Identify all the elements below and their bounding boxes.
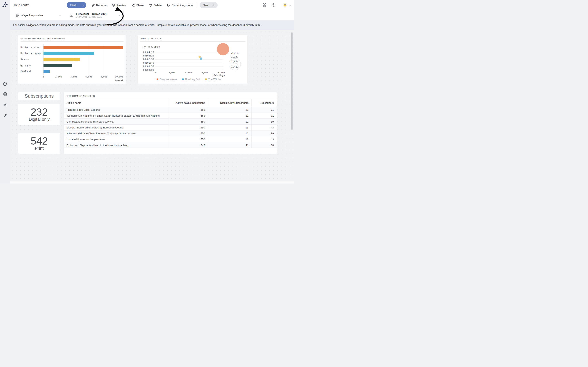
x-tick-label: 6,000 xyxy=(85,75,92,78)
date-chevron-down-icon[interactable] xyxy=(119,15,121,16)
gear-icon[interactable] xyxy=(3,103,7,107)
plus-icon xyxy=(212,4,215,7)
compare-date-range: 1 Nov 2021 - 13 Nov 2021 xyxy=(76,16,107,18)
table-row[interactable]: Women's Six Nations: Fit-again Sarah Hun… xyxy=(64,113,277,119)
cell-article-name[interactable]: Updated figures on the pandemic xyxy=(64,136,170,142)
bar-ireland[interactable] xyxy=(43,70,50,73)
legend-label: Grey's Anatomy xyxy=(160,78,177,81)
footer-strip xyxy=(10,182,294,184)
bar-row: Ireland xyxy=(20,68,123,75)
date-range-selector[interactable]: 1 Dec 2021 - 13 Dec 2021 1 Nov 2021 - 13… xyxy=(70,10,107,20)
bar-track xyxy=(43,64,123,67)
preview-eye-icon xyxy=(112,3,115,7)
svg-text:?: ? xyxy=(273,4,274,6)
cell-article-name[interactable]: Women's Six Nations: Fit-again Sarah Hun… xyxy=(64,113,170,118)
new-dashboard-button[interactable]: New xyxy=(200,2,218,8)
site-chevron-down-icon[interactable] xyxy=(59,15,61,16)
save-dropdown-toggle[interactable] xyxy=(80,2,86,8)
bar-track xyxy=(43,70,123,73)
rename-label: Rename xyxy=(96,4,107,7)
bar-france[interactable] xyxy=(43,58,80,61)
legend-item-the-witcher[interactable]: The Witcher xyxy=(205,78,222,81)
bar-chart-rows: United statesUnited kingdomFranceGermany… xyxy=(20,44,123,75)
country-label: Ireland xyxy=(20,70,43,73)
column-header-subscribers[interactable]: Subscribers xyxy=(251,99,277,107)
column-header-article-name[interactable]: Article name xyxy=(64,99,170,107)
country-label: United states xyxy=(20,46,43,49)
user-avatar[interactable] xyxy=(283,3,287,8)
exit-editing-button[interactable]: Exit editing mode xyxy=(167,3,193,7)
kpi-value: 542 xyxy=(31,136,48,146)
globe-icon xyxy=(16,14,19,17)
legend-item-breaking-bad[interactable]: Breaking Bad xyxy=(182,78,200,81)
eyedropper-icon[interactable] xyxy=(3,113,7,117)
sidebar xyxy=(0,0,10,184)
cell-article-name[interactable]: Extinction: Elephants driven to the brin… xyxy=(64,142,170,148)
new-label: New xyxy=(203,4,208,7)
bar-united-kingdom[interactable] xyxy=(43,52,94,55)
site-name: Waye Responsive xyxy=(21,14,43,17)
dashboard-canvas: MOST REPRESENTATIVE COUNTRIES United sta… xyxy=(10,30,294,184)
cell-article-name[interactable]: Can Rwanda's unique milk bars survive? xyxy=(64,119,170,124)
country-label: France xyxy=(20,58,43,61)
cell-active-paid-subscriptions: 568 xyxy=(170,107,208,113)
share-button[interactable]: Share xyxy=(131,3,144,7)
size-legend-value: 1,874 xyxy=(231,60,238,63)
delete-button[interactable]: Delete xyxy=(149,3,162,7)
widget-title: PERFORMING ARTICLES xyxy=(66,92,275,99)
save-button[interactable]: Save xyxy=(67,2,86,8)
cell-subscribers: 43 xyxy=(251,125,277,130)
table-row[interactable]: Fight for First: Excel Esports5682171 xyxy=(64,107,277,113)
column-header-active-paid-subscriptions[interactable]: Active paid subscriptions xyxy=(170,99,208,107)
notice-text: For easier navigation, when you are in e… xyxy=(13,20,291,30)
account-chevron-down-icon[interactable] xyxy=(289,4,291,6)
cell-article-name[interactable]: Google fined 5 billion euros by European… xyxy=(64,125,170,130)
brand-logo-icon[interactable] xyxy=(2,2,8,7)
exit-icon xyxy=(167,3,170,7)
bubble-grey-s-anatomy[interactable] xyxy=(217,43,229,55)
preview-button[interactable]: Preview xyxy=(112,3,126,7)
table-row[interactable]: Google fined 5 billion euros by European… xyxy=(64,125,277,131)
pie-chart-icon[interactable] xyxy=(3,82,7,86)
cell-subscribers: 39 xyxy=(251,131,277,136)
bar-row: Germany xyxy=(20,63,123,69)
site-selector[interactable]: Waye Responsive xyxy=(16,10,43,20)
column-header-digital-only-subscribers[interactable]: Digital Only Subscribers xyxy=(208,99,251,107)
table-row[interactable]: Nike and HM face China fury over Xinjian… xyxy=(64,131,277,136)
apps-grid-icon[interactable] xyxy=(263,3,267,7)
bubble-breaking-bad[interactable] xyxy=(200,57,202,60)
database-icon[interactable] xyxy=(3,92,7,96)
rename-button[interactable]: Rename xyxy=(91,3,107,7)
y-tick-label: 00:02:30 xyxy=(143,58,154,60)
cell-subscribers: 38 xyxy=(251,142,277,148)
bar-united-states[interactable] xyxy=(43,46,123,49)
bubble-chart-legend: Grey's AnatomyBreaking BadThe Witcher xyxy=(156,78,222,81)
bar-row: United kingdom xyxy=(20,50,123,57)
vertical-scrollbar[interactable] xyxy=(291,32,293,130)
x-tick-label: 8,000 xyxy=(100,75,107,78)
cell-subscribers: 71 xyxy=(251,107,277,113)
table-row[interactable]: Extinction: Elephants driven to the brin… xyxy=(64,142,277,148)
cell-article-name[interactable]: Fight for First: Excel Esports xyxy=(64,107,170,113)
legend-item-grey-s-anatomy[interactable]: Grey's Anatomy xyxy=(156,78,177,81)
table-row[interactable]: Updated figures on the pandemic5501343 xyxy=(64,136,277,142)
preview-label: Preview xyxy=(117,4,126,7)
table-header-row: Article name Active paid subscriptions D… xyxy=(64,99,277,107)
save-button-label[interactable]: Save xyxy=(67,2,80,8)
y-tick-label: 00:04:10 xyxy=(143,51,154,54)
cell-active-paid-subscriptions: 550 xyxy=(170,119,208,124)
avatar-bird-image xyxy=(283,3,287,7)
bar-germany[interactable] xyxy=(43,64,72,67)
help-icon[interactable]: ? xyxy=(272,3,276,7)
table-row[interactable]: Can Rwanda's unique milk bars survive?55… xyxy=(64,119,277,125)
toolbar: Save Rename Preview xyxy=(67,0,193,10)
y-tick-label: 00:00:00 xyxy=(143,69,154,71)
pencil-icon xyxy=(91,3,95,7)
cell-active-paid-subscriptions: 550 xyxy=(170,125,208,130)
cell-digital-only-subscribers: 12 xyxy=(208,119,251,124)
widget-subscriptions-title: Subscriptions xyxy=(18,92,60,100)
cell-article-name[interactable]: Nike and HM face China fury over Xinjian… xyxy=(64,131,170,136)
x-axis-title: AV - Plays xyxy=(213,74,225,77)
cell-active-paid-subscriptions: 550 xyxy=(170,131,208,136)
kpi-label: Print xyxy=(35,146,43,151)
